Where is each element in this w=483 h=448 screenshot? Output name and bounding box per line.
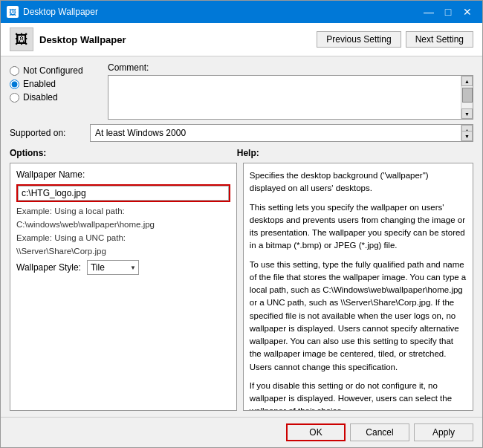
header-bar: 🖼 Desktop Wallpaper Previous Setting Nex… [1, 23, 482, 56]
radio-disabled-label: Disabled [23, 92, 58, 103]
comment-scroll-down[interactable]: ▼ [461, 108, 473, 119]
wallpaper-style-select[interactable]: Tile Center Stretch Fill Fit Span [87, 260, 139, 275]
window-title: Desktop Wallpaper [23, 7, 420, 17]
example1-value: C:\windows\web\wallpaper\home.jpg [16, 220, 230, 229]
content-area: Not Configured Enabled Disabled Comment:… [1, 56, 482, 417]
footer: OK Cancel Apply [1, 417, 482, 447]
wallpaper-name-input[interactable] [18, 186, 229, 201]
radio-enabled-input[interactable] [10, 79, 19, 89]
example2-label: Example: Using a UNC path: [16, 233, 230, 242]
comment-scrollbar: ▲ ▼ [461, 76, 473, 119]
ok-button[interactable]: OK [286, 423, 346, 441]
close-button[interactable]: ✕ [458, 4, 476, 19]
comment-scroll-up[interactable]: ▲ [461, 76, 473, 86]
comment-label: Comment: [108, 62, 473, 73]
style-label: Wallpaper Style: [16, 262, 81, 273]
header-title: Desktop Wallpaper [39, 34, 311, 45]
comment-scroll-thumb[interactable] [462, 88, 473, 103]
cancel-button[interactable]: Cancel [350, 423, 409, 441]
radio-enabled-label: Enabled [23, 79, 56, 89]
radio-not-configured-label: Not Configured [23, 65, 83, 76]
radio-not-configured[interactable]: Not Configured [10, 65, 99, 76]
title-bar: 🖼 Desktop Wallpaper — □ ✕ [1, 1, 482, 23]
radio-disabled[interactable]: Disabled [10, 92, 99, 103]
options-panel: Wallpaper Name: Example: Using a local p… [10, 163, 237, 411]
help-panel: Specifies the desktop background ("wallp… [243, 163, 473, 411]
supported-scroll-down[interactable]: ▼ [461, 131, 473, 141]
header-icon: 🖼 [10, 27, 33, 51]
example2-value: \\Server\Share\Corp.jpg [16, 247, 230, 256]
help-label: Help: [237, 148, 259, 158]
supported-scrollbar: ▲ ▼ [461, 125, 473, 141]
help-para-2: This setting lets you specify the wallpa… [250, 201, 467, 253]
options-label: Options: [10, 148, 237, 158]
radio-enabled[interactable]: Enabled [10, 79, 99, 89]
header-buttons: Previous Setting Next Setting [317, 31, 473, 48]
top-section: Not Configured Enabled Disabled Comment:… [10, 62, 473, 120]
previous-setting-button[interactable]: Previous Setting [317, 31, 401, 48]
supported-value-text: At least Windows 2000 [95, 128, 186, 138]
style-row: Wallpaper Style: Tile Center Stretch Fil… [16, 260, 230, 275]
comment-section: Comment: ▲ ▼ [108, 62, 473, 120]
radio-group: Not Configured Enabled Disabled [10, 62, 99, 120]
maximize-button[interactable]: □ [439, 4, 457, 19]
supported-label: Supported on: [10, 128, 84, 138]
supported-value-box: At least Windows 2000 ▲ ▼ [90, 124, 473, 142]
help-para-1: Specifies the desktop background ("wallp… [250, 169, 467, 195]
apply-button[interactable]: Apply [414, 423, 473, 441]
wallpaper-input-wrapper [16, 184, 230, 202]
style-select-wrapper: Tile Center Stretch Fill Fit Span [87, 260, 139, 275]
supported-row: Supported on: At least Windows 2000 ▲ ▼ [10, 124, 473, 142]
comment-textarea[interactable] [108, 76, 461, 119]
minimize-button[interactable]: — [420, 4, 438, 19]
wallpaper-name-label: Wallpaper Name: [16, 169, 230, 180]
example1-label: Example: Using a local path: [16, 207, 230, 215]
comment-box-wrapper: ▲ ▼ [108, 75, 473, 120]
panels-row: Wallpaper Name: Example: Using a local p… [10, 163, 473, 411]
title-controls: — □ ✕ [420, 4, 476, 19]
radio-disabled-input[interactable] [10, 93, 19, 103]
next-setting-button[interactable]: Next Setting [406, 31, 473, 48]
window-icon: 🖼 [7, 6, 19, 18]
help-para-3: To use this setting, type the fully qual… [250, 259, 467, 374]
help-para-4: If you disable this setting or do not co… [250, 380, 467, 411]
options-help-labels: Options: Help: [10, 148, 473, 158]
main-window: 🖼 Desktop Wallpaper — □ ✕ 🖼 Desktop Wall… [0, 0, 483, 448]
radio-not-configured-input[interactable] [10, 66, 19, 76]
